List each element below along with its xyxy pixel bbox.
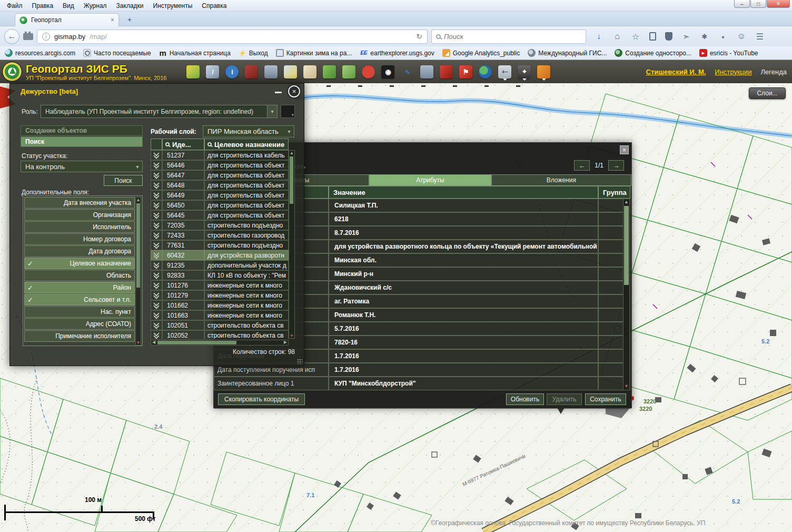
menu-view[interactable]: Вид [58,1,79,11]
maximize-button[interactable] [750,0,766,8]
table-row[interactable]: 101663инженерные сети к много [151,310,289,320]
measure-tool-icon[interactable]: ∿ [401,65,414,78]
zoom-to-icon[interactable] [153,262,160,269]
table-row[interactable]: 51237для строительства кабель [151,150,289,160]
scroll-down-icon[interactable] [623,383,629,390]
reference-book-tool-icon[interactable] [245,65,258,78]
list-item[interactable]: Дата договора [24,245,135,257]
menu-tools[interactable]: Инструменты [148,1,197,11]
scroll-thumb[interactable] [157,341,236,344]
table-row[interactable]: 56448для строительства объект [151,180,289,190]
save-button[interactable]: Сохранить [585,393,626,405]
table-row[interactable]: 101662инженерные сети к много [151,300,289,310]
tab-search[interactable]: Поиск [21,136,143,147]
table-row[interactable]: 101279инженерные сети к много [151,290,289,300]
list-item[interactable]: Дата внесения участка [24,197,135,209]
table-row[interactable]: 56449для строительства объект [151,190,289,200]
feedback-icon[interactable] [737,32,746,41]
prev-record-button[interactable]: ← [574,160,590,171]
zoom-to-icon[interactable] [153,332,160,339]
menu-file[interactable]: Файл [2,1,27,11]
bookmark-item[interactable]: resources.arcgis.com [5,49,75,57]
menu-help[interactable]: Справка [197,1,231,11]
status-select[interactable]: На контроль [21,161,143,172]
zoom-to-icon[interactable] [153,212,160,219]
close-icon[interactable]: × [288,85,300,97]
bookmark-item[interactable]: Картинки зима на ра... [276,49,352,57]
table-row[interactable]: 56450для строительства объект [151,200,289,210]
minimize-button[interactable] [734,0,750,8]
ban-tool-icon[interactable] [362,65,375,78]
fields-scrollbar[interactable] [135,197,141,346]
scroll-thumb[interactable] [290,156,293,204]
role-extra-select[interactable] [281,105,295,118]
table-row[interactable]: 92833КЛ 10 кВ по объекту : "Рем [151,270,289,280]
table-row[interactable]: 72035строительство подъездно [151,220,289,230]
back-button[interactable] [4,29,19,44]
list-item[interactable]: Район [24,282,135,293]
update-button[interactable]: Обновить [506,393,544,405]
scroll-up-icon[interactable] [623,199,629,205]
next-record-button[interactable]: → [608,160,624,171]
reload-icon[interactable] [416,32,422,41]
table-row[interactable]: 56446для строительства объект [151,160,289,170]
table-row[interactable]: 101276инженерные сети к много [151,280,289,290]
url-bar[interactable]: gismap.by/map/ [37,29,428,44]
table-row[interactable]: Заинтересованное лицо 1КУП "Минскоблдорс… [214,377,623,390]
zoom-to-icon[interactable] [153,202,160,209]
table-row[interactable]: 56447для строительства объект [151,170,289,180]
table-row[interactable]: 91235дополнительный участок д [151,260,289,270]
search-button[interactable]: Поиск [104,175,143,186]
vertical-scrollbar[interactable] [289,150,295,339]
scroll-thumb[interactable] [624,206,629,285]
print-map-tool-icon[interactable] [420,65,433,78]
tab-attributes[interactable]: Атрибуты [369,174,491,186]
horizontal-scrollbar[interactable] [151,340,289,346]
edit-tool-icon[interactable] [186,65,200,78]
bookmark-item[interactable]: earthexplorer.usgs.gov [360,49,434,57]
zoom-to-icon[interactable] [153,232,160,239]
bookmark-item[interactable]: Часто посещаемые [83,49,151,57]
tab-geoportal[interactable]: Геопортал [15,13,119,26]
snapshot-tool-icon[interactable]: ◉ [381,65,394,78]
purpose-column-header[interactable]: Целевое назначение [204,139,289,150]
bookmark-item[interactable]: Выход [239,49,268,57]
zoom-to-icon[interactable] [153,312,160,319]
site-info-icon[interactable] [42,33,50,41]
zoom-to-icon[interactable] [153,322,160,329]
downloads-icon[interactable] [594,32,603,41]
zoom-to-icon[interactable] [153,282,160,289]
zoom-to-icon[interactable] [153,162,160,169]
chevron-down-icon[interactable] [284,126,294,136]
binoculars-tool-icon[interactable]: ⌖ [518,65,531,78]
close-button[interactable] [767,0,790,8]
list-item[interactable]: Нас. пункт [24,306,135,318]
table-row[interactable]: 77631строительство подъездно [151,240,289,250]
flag-tool-icon[interactable]: ⚑ [459,65,472,78]
copy-coordinates-button[interactable]: Скопировать координаты [218,393,305,405]
address-search-tool-icon[interactable] [342,65,355,78]
list-item[interactable]: Адрес (СОАТО) [24,318,135,330]
bookmark-item[interactable]: Международный ГИС... [528,49,607,57]
bookmark-item[interactable]: Google Analytics_public [442,49,520,57]
list-item[interactable]: Номер договора [24,233,135,245]
table-row[interactable]: 102051строительство объекта св [151,320,289,330]
menu-hamburger-icon[interactable] [755,32,765,42]
menu-bookmarks[interactable]: Закладки [112,1,148,11]
addon-dropdown-icon[interactable] [718,32,728,41]
resize-grip[interactable] [297,359,302,364]
scroll-thumb[interactable] [136,203,140,288]
zoom-to-icon[interactable] [153,292,160,299]
print-tool-icon[interactable] [264,65,278,78]
zoom-to-icon[interactable] [153,252,160,259]
menu-edit[interactable]: Правка [27,1,58,11]
user-link[interactable]: Стишевский И. М. [646,68,706,76]
layers-brick-tool-icon[interactable] [440,65,453,78]
instructions-link[interactable]: Инструкции [715,68,751,76]
working-layer-select[interactable]: ПИР Минская область [203,125,294,137]
zoom-to-icon[interactable] [153,302,160,309]
bookmark-item[interactable]: Создание односторо... [615,49,691,57]
chevron-down-icon[interactable] [267,105,277,117]
minimize-icon[interactable] [275,89,282,93]
home-icon[interactable] [612,32,622,41]
